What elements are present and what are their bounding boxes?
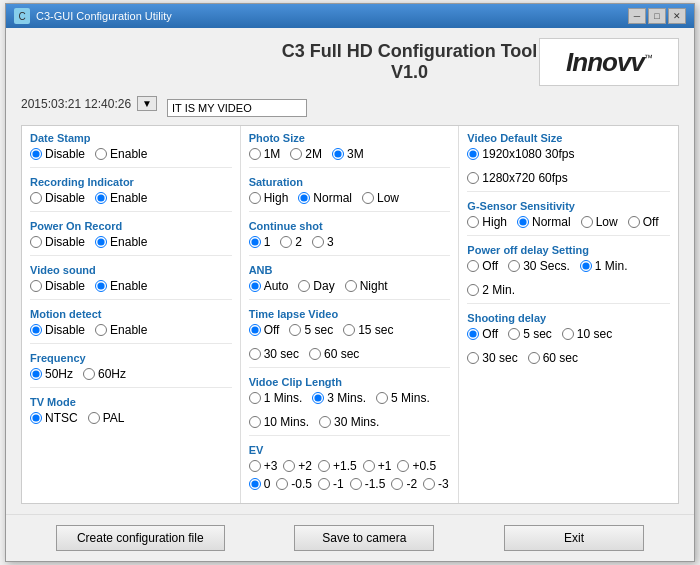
section-ev: EV +3 +2 +1.5 +1 [249,444,451,497]
section-time-lapse: Time lapse Video Off 5 sec 15 sec 30 s [249,308,451,368]
time-lapse-60sec[interactable]: 60 sec [309,347,359,361]
power-off-delay-1min[interactable]: 1 Min. [580,259,628,273]
time-lapse-options: Off 5 sec 15 sec 30 sec 60 sec [249,323,451,361]
shooting-delay-10sec[interactable]: 10 sec [562,327,612,341]
continue-shot-2[interactable]: 2 [280,235,302,249]
tv-mode-ntsc[interactable]: NTSC [30,411,78,425]
minimize-button[interactable]: ─ [628,8,646,24]
motion-detect-disable[interactable]: Disable [30,323,85,337]
power-off-delay-30sec[interactable]: 30 Secs. [508,259,570,273]
ev-plus0-5[interactable]: +0.5 [397,459,436,473]
anb-day[interactable]: Day [298,279,334,293]
power-off-delay-label: Power off delay Setting [467,244,670,256]
photo-size-2m[interactable]: 2M [290,147,322,161]
datetime-picker-button[interactable]: ▼ [137,96,157,111]
section-video-default-size: Video Default Size 1920x1080 30fps 1280x… [467,132,670,192]
app-header: C3 Full HD Configuration Tool V1.0 Innov… [21,38,679,86]
ev-label: EV [249,444,451,456]
motion-detect-options: Disable Enable [30,323,232,337]
datetime-display: 2015:03:21 12:40:26 [21,97,131,111]
frequency-50hz[interactable]: 50Hz [30,367,73,381]
anb-auto[interactable]: Auto [249,279,289,293]
video-clip-30min[interactable]: 30 Mins. [319,415,379,429]
video-clip-3min[interactable]: 3 Mins. [312,391,366,405]
power-on-record-label: Power On Record [30,220,232,232]
shooting-delay-30sec[interactable]: 30 sec [467,351,517,365]
frequency-options: 50Hz 60Hz [30,367,232,381]
video-size-1080p30[interactable]: 1920x1080 30fps [467,147,574,161]
shooting-delay-60sec[interactable]: 60 sec [528,351,578,365]
shooting-delay-5sec[interactable]: 5 sec [508,327,552,341]
g-sensor-low[interactable]: Low [581,215,618,229]
g-sensor-normal[interactable]: Normal [517,215,571,229]
video-sound-disable[interactable]: Disable [30,279,85,293]
photo-size-options: 1M 2M 3M [249,147,451,161]
settings-col1: Date Stamp Disable Enable Recording Indi… [22,126,241,503]
saturation-label: Saturation [249,176,451,188]
video-clip-10min[interactable]: 10 Mins. [249,415,309,429]
time-lapse-5sec[interactable]: 5 sec [289,323,333,337]
g-sensor-off[interactable]: Off [628,215,659,229]
power-on-record-enable[interactable]: Enable [95,235,147,249]
ev-minus2[interactable]: -2 [391,477,417,491]
ev-minus0-5[interactable]: -0.5 [276,477,312,491]
ev-zero[interactable]: 0 [249,477,271,491]
recording-indicator-disable[interactable]: Disable [30,191,85,205]
video-sound-enable[interactable]: Enable [95,279,147,293]
close-button[interactable]: ✕ [668,8,686,24]
ev-plus1-5[interactable]: +1.5 [318,459,357,473]
continue-shot-3[interactable]: 3 [312,235,334,249]
saturation-high[interactable]: High [249,191,289,205]
saturation-low[interactable]: Low [362,191,399,205]
section-tv-mode: TV Mode NTSC PAL [30,396,232,431]
datetime-row: 2015:03:21 12:40:26 ▼ [21,96,157,111]
frequency-60hz[interactable]: 60Hz [83,367,126,381]
tv-mode-pal[interactable]: PAL [88,411,125,425]
photo-size-3m[interactable]: 3M [332,147,364,161]
maximize-button[interactable]: □ [648,8,666,24]
continue-shot-label: Continue shot [249,220,451,232]
motion-detect-enable[interactable]: Enable [95,323,147,337]
photo-size-1m[interactable]: 1M [249,147,281,161]
anb-night[interactable]: Night [345,279,388,293]
ev-plus1[interactable]: +1 [363,459,392,473]
saturation-normal[interactable]: Normal [298,191,352,205]
recording-indicator-enable[interactable]: Enable [95,191,147,205]
app-icon: C [14,8,30,24]
video-clip-5min[interactable]: 5 Mins. [376,391,430,405]
date-stamp-disable[interactable]: Disable [30,147,85,161]
power-on-record-options: Disable Enable [30,235,232,249]
save-to-camera-button[interactable]: Save to camera [294,525,434,551]
video-name-input[interactable] [167,99,307,117]
date-stamp-enable[interactable]: Enable [95,147,147,161]
ev-minus1-5[interactable]: -1.5 [350,477,386,491]
section-motion-detect: Motion detect Disable Enable [30,308,232,344]
video-clip-label: Vidoe Clip Length [249,376,451,388]
exit-button[interactable]: Exit [504,525,644,551]
ev-plus3[interactable]: +3 [249,459,278,473]
g-sensor-high[interactable]: High [467,215,507,229]
section-frequency: Frequency 50Hz 60Hz [30,352,232,388]
create-config-button[interactable]: Create configuration file [56,525,225,551]
power-off-delay-2min[interactable]: 2 Min. [467,283,515,297]
section-g-sensor: G-Sensor Sensitivity High Normal Low O [467,200,670,236]
time-lapse-15sec[interactable]: 15 sec [343,323,393,337]
saturation-options: High Normal Low [249,191,451,205]
continue-shot-1[interactable]: 1 [249,235,271,249]
video-size-720p60[interactable]: 1280x720 60fps [467,171,567,185]
power-off-delay-off[interactable]: Off [467,259,498,273]
ev-minus1[interactable]: -1 [318,477,344,491]
power-on-record-disable[interactable]: Disable [30,235,85,249]
time-lapse-off[interactable]: Off [249,323,280,337]
time-lapse-30sec[interactable]: 30 sec [249,347,299,361]
section-photo-size: Photo Size 1M 2M 3M [249,132,451,168]
settings-col3: Video Default Size 1920x1080 30fps 1280x… [459,126,678,503]
main-content: C3 Full HD Configuration Tool V1.0 Innov… [6,28,694,514]
video-clip-1min[interactable]: 1 Mins. [249,391,303,405]
video-clip-options: 1 Mins. 3 Mins. 5 Mins. 10 Mins. 30 [249,391,451,429]
shooting-delay-off[interactable]: Off [467,327,498,341]
anb-options: Auto Day Night [249,279,451,293]
section-video-sound: Video sound Disable Enable [30,264,232,300]
ev-plus2[interactable]: +2 [283,459,312,473]
ev-minus3[interactable]: -3 [423,477,449,491]
